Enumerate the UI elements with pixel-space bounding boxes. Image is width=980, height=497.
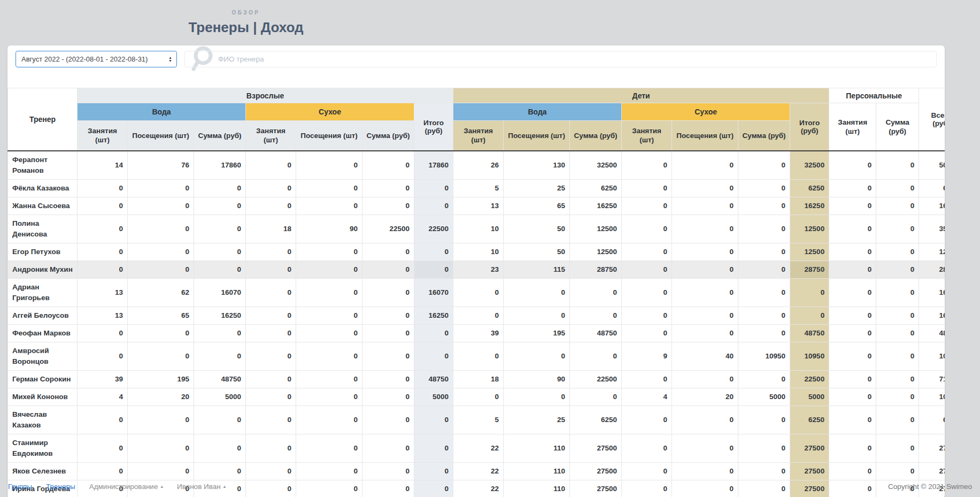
cell: 0 — [876, 197, 919, 215]
bottom-nav: Группы Тренеры Администрирование▴ Иванов… — [0, 483, 980, 491]
cell: 0 — [504, 342, 570, 370]
cell: 23 — [453, 261, 504, 278]
cell: 0 — [128, 434, 194, 462]
col-header-trainer: Тренер — [8, 88, 78, 151]
trainer-search-input[interactable] — [184, 51, 937, 67]
cell: 48750 — [570, 324, 622, 342]
cell: 0 — [246, 151, 296, 180]
cell: 16250 — [919, 197, 945, 215]
cell: 22500 — [362, 215, 414, 243]
trainer-name: Амвросий Воронцов — [8, 342, 78, 370]
cell: 28750 — [790, 261, 829, 278]
cell: 6250 — [919, 406, 945, 434]
cell: 0 — [414, 324, 453, 342]
trainer-name: Жанна Сысоева — [8, 197, 78, 215]
trainer-row[interactable]: Адриан Григорьев 13621607000016070000000… — [8, 278, 945, 307]
cell: 0 — [829, 278, 876, 307]
trainer-row[interactable]: Амвросий Воронцов 0000000000940109501095… — [8, 342, 945, 370]
cell: 0 — [362, 243, 414, 261]
nav-link-groups[interactable]: Группы — [8, 483, 32, 491]
cell: 0 — [504, 307, 570, 324]
cell: 6250 — [919, 179, 945, 197]
cell: 0 — [362, 179, 414, 197]
cell: 16070 — [194, 278, 246, 307]
trainer-row[interactable]: Михей Кононов 42050000005000000420500050… — [8, 388, 945, 406]
cell: 0 — [672, 434, 738, 462]
trainer-name: Адриан Григорьев — [8, 278, 78, 307]
cell: 0 — [78, 462, 128, 480]
cell: 0 — [194, 261, 246, 278]
cell: 62 — [128, 278, 194, 307]
trainer-row[interactable]: Егор Петухов 000000010501250000012500001… — [8, 243, 945, 261]
cell: 0 — [246, 434, 296, 462]
trainer-row[interactable]: Вячеслав Казаков 00000005256250000625000… — [8, 406, 945, 434]
cell: 0 — [246, 406, 296, 434]
nav-links: Группы Тренеры Администрирование▴ Иванов… — [8, 483, 226, 491]
cell: 0 — [738, 370, 790, 388]
cell: 22500 — [570, 370, 622, 388]
cell: 0 — [78, 243, 128, 261]
cell: 48750 — [919, 324, 945, 342]
cell: 0 — [738, 324, 790, 342]
subgroup-header-dry-adults: Сухое — [246, 103, 414, 121]
cell: 0 — [829, 434, 876, 462]
trainer-row[interactable]: Ферапонт Романов 14761786000017860261303… — [8, 151, 945, 180]
cell: 20 — [128, 388, 194, 406]
trainer-row[interactable]: Жанна Сысоева 00000001365162500001625000… — [8, 197, 945, 215]
cell: 0 — [876, 434, 919, 462]
cell: 10 — [453, 215, 504, 243]
nav-menu-user[interactable]: Иванов Иван▴ — [177, 483, 226, 491]
trainer-row[interactable]: Андроник Мухин 0000000231152875000028750… — [8, 261, 945, 278]
nav-link-trainers[interactable]: Тренеры — [46, 483, 75, 491]
trainer-row[interactable]: Полина Денисова 000189022500225001050125… — [8, 215, 945, 243]
cell: 0 — [128, 179, 194, 197]
cell: 0 — [246, 278, 296, 307]
period-select[interactable]: Август 2022 - (2022-08-01 - 2022-08-31) — [16, 51, 177, 67]
cell: 0 — [246, 261, 296, 278]
cell: 0 — [829, 342, 876, 370]
cell: 50 — [504, 215, 570, 243]
cell: 0 — [672, 307, 738, 324]
cell: 0 — [414, 342, 453, 370]
cell: 0 — [876, 215, 919, 243]
cell: 5000 — [194, 388, 246, 406]
cell: 0 — [453, 307, 504, 324]
cell: 0 — [622, 434, 672, 462]
cell: 27500 — [919, 462, 945, 480]
cell: 0 — [128, 243, 194, 261]
trainer-row[interactable]: Феофан Марков 00000003919548750000487500… — [8, 324, 945, 342]
nav-menu-administration[interactable]: Администрирование▴ — [89, 483, 163, 491]
cell: 0 — [246, 462, 296, 480]
cell: 12500 — [919, 243, 945, 261]
cell: 14 — [78, 151, 128, 180]
cell: 90 — [504, 370, 570, 388]
cell: 0 — [78, 324, 128, 342]
cell: 0 — [622, 324, 672, 342]
trainer-row[interactable]: Аггей Белоусов 1365162500001625000000000… — [8, 307, 945, 324]
trainer-name: Яков Селезнев — [8, 462, 78, 480]
cell: 4 — [78, 388, 128, 406]
cell: 18 — [246, 215, 296, 243]
trainer-name: Полина Денисова — [8, 215, 78, 243]
trainer-row[interactable]: Станимир Евдокимов 000000022110275000002… — [8, 434, 945, 462]
nav-menu-administration-label: Администрирование — [89, 483, 158, 491]
cell: 6250 — [570, 179, 622, 197]
trainer-row[interactable]: Яков Селезнев 00000002211027500000275000… — [8, 462, 945, 480]
col-header-kids-water-amount: Сумма (руб) — [570, 121, 622, 151]
cell: 76 — [128, 151, 194, 180]
col-header-adults-dry-visits: Посещения (шт) — [296, 121, 362, 151]
cell: 0 — [738, 434, 790, 462]
cell: 12500 — [570, 215, 622, 243]
page-header: ОБЗОР Тренеры | Доход — [0, 0, 492, 36]
cell: 0 — [790, 278, 829, 307]
cell: 16250 — [570, 197, 622, 215]
cell: 0 — [622, 179, 672, 197]
trainer-row[interactable]: Герман Сорокин 3919548750000487501890225… — [8, 370, 945, 388]
cell: 5 — [453, 179, 504, 197]
cell: 12500 — [790, 215, 829, 243]
trainer-name: Аггей Белоусов — [8, 307, 78, 324]
trainer-row[interactable]: Фёкла Казакова 0000000525625000062500062… — [8, 179, 945, 197]
cell: 0 — [362, 278, 414, 307]
cell: 50 — [504, 243, 570, 261]
cell: 6250 — [790, 406, 829, 434]
